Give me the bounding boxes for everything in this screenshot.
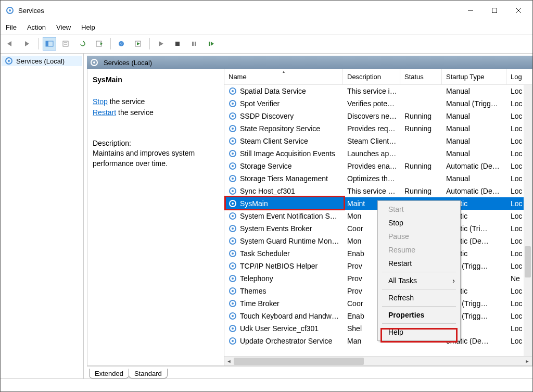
- scroll-thumb[interactable]: [525, 246, 531, 277]
- col-status[interactable]: Status: [400, 69, 442, 84]
- service-row[interactable]: State Repository ServiceProvides req…Run…: [224, 122, 532, 135]
- restart-link[interactable]: Restart: [93, 108, 116, 117]
- show-hide-tree-button[interactable]: [43, 37, 56, 50]
- properties-button[interactable]: [59, 37, 73, 50]
- service-icon: [229, 212, 237, 220]
- stop-service-button[interactable]: [171, 37, 184, 50]
- menu-help[interactable]: Help: [81, 23, 95, 31]
- scroll-right-icon[interactable]: ►: [523, 357, 532, 366]
- context-start[interactable]: Start: [379, 203, 459, 216]
- svg-point-45: [232, 178, 234, 180]
- service-startup: Manual: [442, 174, 506, 183]
- restart-service-button[interactable]: [204, 37, 218, 50]
- service-icon: [229, 137, 237, 145]
- service-status: Running: [400, 162, 442, 170]
- service-row[interactable]: Storage Tiers ManagementOptimizes th…Man…: [224, 172, 532, 185]
- service-name: Update Orchestrator Service: [240, 337, 332, 345]
- menu-file[interactable]: File: [6, 23, 17, 31]
- context-properties[interactable]: Properties: [379, 308, 459, 322]
- context-resume[interactable]: Resume: [379, 243, 459, 257]
- tree-item-services-local[interactable]: Services (Local): [2, 56, 82, 66]
- context-menu: Start Stop Pause Resume Restart All Task…: [377, 200, 461, 341]
- svg-point-57: [232, 252, 234, 255]
- context-separator: [382, 306, 456, 307]
- scroll-left-icon[interactable]: ◄: [224, 357, 234, 366]
- service-name: Themes: [240, 287, 266, 295]
- context-restart[interactable]: Restart: [379, 257, 459, 270]
- service-name: Sync Host_cf301: [240, 187, 295, 195]
- service-name: Still Image Acquisition Events: [240, 149, 335, 158]
- service-logon: Loc: [506, 137, 525, 145]
- tree-item-label: Services (Local): [16, 57, 65, 65]
- service-row[interactable]: SSDP DiscoveryDiscovers ne…RunningManual…: [224, 110, 532, 122]
- menu-view[interactable]: View: [56, 23, 71, 31]
- svg-point-33: [232, 103, 234, 105]
- service-logon: Loc: [506, 124, 525, 133]
- service-logon: Ne: [506, 274, 525, 283]
- minimize-button[interactable]: [459, 3, 483, 18]
- context-refresh[interactable]: Refresh: [379, 291, 459, 305]
- service-name: System Event Notification S…: [240, 212, 337, 220]
- context-stop[interactable]: Stop: [379, 216, 459, 230]
- service-row[interactable]: Steam Client ServiceSteam Client…ManualL…: [224, 135, 532, 147]
- service-logon: Loc: [506, 199, 525, 208]
- tab-extended[interactable]: Extended: [89, 369, 129, 378]
- service-logon: Loc: [506, 299, 525, 308]
- content-header: Services (Local): [87, 56, 532, 69]
- forward-button[interactable]: [20, 37, 34, 50]
- start-service-button[interactable]: [154, 37, 168, 50]
- service-status: Running: [400, 112, 442, 120]
- service-logon: Loc: [506, 187, 525, 195]
- restart-link-after: the service: [116, 108, 154, 117]
- svg-marker-7: [25, 41, 29, 46]
- action-button[interactable]: [132, 37, 145, 50]
- selected-service-name: SysMain: [93, 75, 219, 84]
- scroll-thumb[interactable]: [234, 358, 364, 365]
- service-status: Running: [400, 124, 442, 133]
- window-buttons: [459, 3, 530, 18]
- tab-standard[interactable]: Standard: [129, 369, 168, 378]
- col-logon[interactable]: Log: [506, 69, 525, 84]
- service-startup: Manual: [442, 124, 506, 133]
- app-icon: [6, 6, 14, 15]
- col-description[interactable]: Description: [343, 69, 400, 84]
- content-header-title: Services (Local): [104, 59, 152, 67]
- col-startup-type[interactable]: Startup Type: [442, 69, 506, 84]
- description-text: Maintains and improves system performanc…: [93, 148, 219, 169]
- service-row[interactable]: Spot VerifierVerifies pote…Manual (Trigg…: [224, 97, 532, 110]
- vertical-scrollbar[interactable]: [524, 85, 532, 356]
- service-desc: This service …: [343, 187, 400, 195]
- list-header: Name ▴ Description Status Startup Type L…: [224, 69, 532, 85]
- menu-bar: File Action View Help: [1, 20, 532, 34]
- service-name: System Events Broker: [240, 224, 312, 233]
- service-desc: Verifies pote…: [343, 99, 400, 108]
- close-button[interactable]: [506, 3, 530, 18]
- toolbar-separator: [149, 38, 150, 49]
- svg-point-49: [232, 203, 234, 205]
- menu-action[interactable]: Action: [27, 23, 46, 31]
- back-button[interactable]: [4, 37, 17, 50]
- svg-rect-24: [209, 42, 210, 46]
- service-row[interactable]: Storage ServiceProvides ena…RunningAutom…: [224, 160, 532, 172]
- col-name[interactable]: Name ▴: [224, 69, 343, 84]
- refresh-button[interactable]: [76, 37, 90, 50]
- service-name: SSDP Discovery: [240, 112, 294, 120]
- horizontal-scrollbar[interactable]: ◄ ►: [224, 356, 532, 365]
- help-button[interactable]: ?: [115, 37, 129, 50]
- svg-point-35: [232, 115, 234, 117]
- export-button[interactable]: [93, 37, 106, 50]
- context-pause[interactable]: Pause: [379, 230, 459, 243]
- svg-point-43: [232, 165, 234, 167]
- pause-service-button[interactable]: [187, 37, 201, 50]
- service-row[interactable]: Spatial Data ServiceThis service i…Manua…: [224, 85, 532, 97]
- context-all-tasks[interactable]: All Tasks: [379, 274, 459, 287]
- list-rows: Spatial Data ServiceThis service i…Manua…: [224, 85, 532, 356]
- stop-link[interactable]: Stop: [93, 97, 108, 106]
- maximize-button[interactable]: [483, 3, 506, 18]
- service-list: Name ▴ Description Status Startup Type L…: [224, 69, 532, 365]
- service-name: Spot Verifier: [240, 99, 280, 108]
- service-row[interactable]: Still Image Acquisition EventsLaunches a…: [224, 147, 532, 160]
- context-help[interactable]: Help: [379, 325, 459, 339]
- service-row[interactable]: Sync Host_cf301This service …RunningAuto…: [224, 185, 532, 197]
- toolbar-separator: [38, 38, 39, 49]
